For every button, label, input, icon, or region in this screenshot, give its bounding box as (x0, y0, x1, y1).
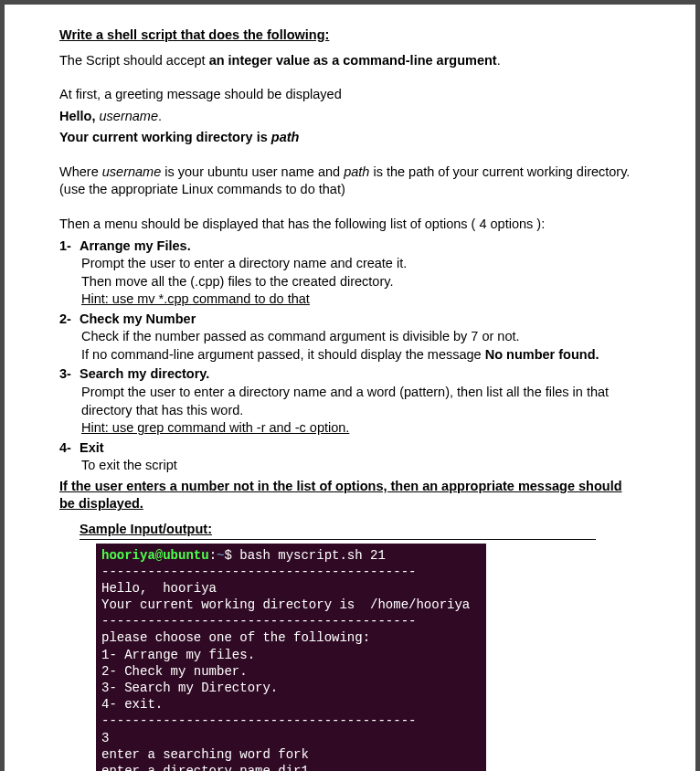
greeting-hello-post: . (158, 109, 162, 123)
option-title: Exit (80, 440, 104, 455)
option-hint: Hint: use mv *.cpp command to do that (81, 290, 641, 309)
terminal-line: 2- Check my number. (101, 664, 248, 679)
where-pre: Where (59, 164, 102, 179)
terminal-line: 4- exit. (101, 697, 163, 712)
prompt-sep: : (209, 548, 217, 563)
greeting-cwd-bold: Your current working directory is (59, 130, 271, 144)
document-page: Write a shell script that does the follo… (5, 5, 695, 771)
greeting-hello-bold: Hello, (59, 109, 100, 123)
intro-bold: an integer value as a command-line argum… (209, 53, 497, 68)
option-line: To exit the script (81, 457, 641, 475)
option-1: 1-Arrange my Files. Prompt the user to e… (59, 238, 641, 309)
terminal-line: ----------------------------------------… (101, 614, 416, 628)
option-num: 4- (59, 439, 80, 458)
option-num: 2- (59, 311, 80, 329)
option-line: Prompt the user to enter a directory nam… (81, 255, 641, 273)
terminal-cmd: bash myscript.sh 21 (239, 548, 386, 563)
terminal-output: hooriya@ubuntu:~$ bash myscript.sh 21 --… (96, 544, 486, 772)
option-line-pre: If no command-line argument passed, it s… (81, 347, 485, 362)
option-num: 3- (59, 365, 80, 384)
option-line: Prompt the user to enter a directory nam… (81, 384, 641, 419)
option-line-with-bold: If no command-line argument passed, it s… (81, 346, 641, 364)
option-3: 3-Search my directory. Prompt the user t… (59, 365, 641, 437)
terminal-line: Hello, hooriya (101, 581, 217, 596)
option-title: Arrange my Files. (80, 238, 191, 253)
option-line-bold: No number found. (485, 347, 599, 362)
greeting-intro: At first, a greeting message should be d… (59, 86, 641, 104)
option-body: Check if the number passed as command ar… (81, 328, 641, 364)
terminal-line: ----------------------------------------… (101, 565, 416, 579)
intro-post: . (497, 53, 501, 68)
sample-heading: Sample Input/output: (80, 521, 596, 540)
option-line: Then move all the (.cpp) files to the cr… (81, 273, 641, 291)
greeting-cwd-line: Your current working directory is path (59, 129, 641, 147)
page-title: Write a shell script that does the follo… (59, 26, 641, 45)
intro-paragraph: The Script should accept an integer valu… (59, 52, 641, 70)
option-body: To exit the script (81, 457, 641, 475)
terminal-line: enter a searching word fork (101, 747, 309, 762)
prompt-dollar: $ (224, 548, 239, 563)
menu-intro: Then a menu should be displayed that has… (59, 216, 641, 234)
terminal-line: ----------------------------------------… (101, 713, 416, 728)
option-body: Prompt the user to enter a directory nam… (81, 384, 641, 438)
greeting-hello-italic: username (100, 109, 158, 123)
greeting-hello-line: Hello, username. (59, 108, 641, 126)
bottom-note: If the user enters a number not in the l… (59, 478, 641, 513)
option-title: Check my Number (80, 312, 196, 326)
terminal-line: please choose one of the following: (101, 630, 370, 645)
prompt-user: hooriya@ubuntu (101, 548, 209, 563)
where-user: username (102, 164, 161, 179)
terminal-line: enter a directory name dir1 (101, 764, 309, 771)
greeting-cwd-italic: path (271, 130, 300, 144)
option-4: 4-Exit To exit the script (59, 439, 641, 475)
option-body: Prompt the user to enter a directory nam… (81, 255, 641, 309)
where-path: path (344, 164, 369, 179)
where-mid: is your ubuntu user name and (161, 164, 344, 179)
terminal-line: 3 (101, 731, 109, 745)
where-paragraph: Where username is your ubuntu user name … (59, 164, 641, 199)
option-title: Search my directory. (80, 366, 209, 381)
terminal-line: Your current working directory is /home/… (101, 597, 470, 612)
option-2: 2-Check my Number Check if the number pa… (59, 311, 641, 364)
terminal-line: 3- Search my Directory. (101, 681, 278, 695)
intro-pre: The Script should accept (59, 53, 209, 68)
option-num: 1- (59, 238, 80, 256)
terminal-line: 1- Arrange my files. (101, 648, 255, 662)
option-line: Check if the number passed as command ar… (81, 328, 641, 346)
option-hint: Hint: use grep command with -r and -c op… (81, 419, 641, 438)
